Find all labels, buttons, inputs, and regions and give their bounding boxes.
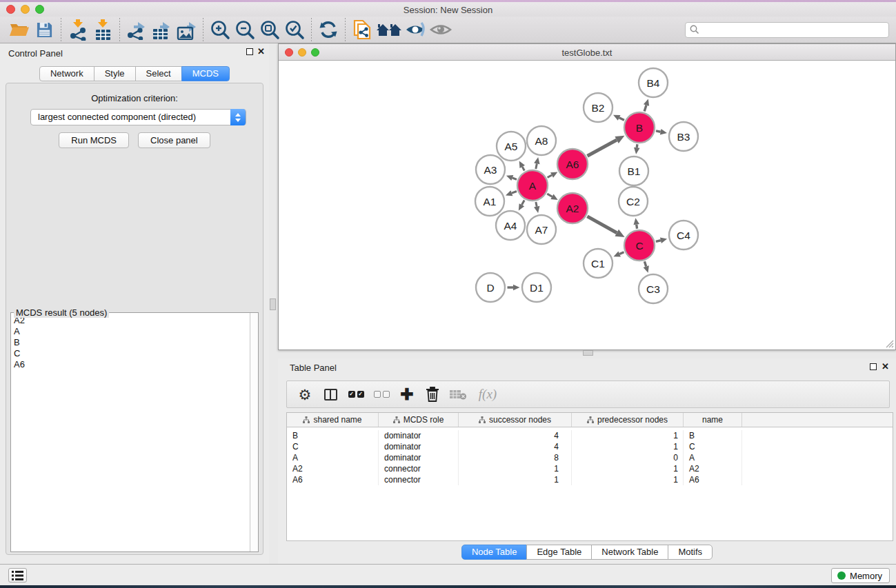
column-header-shared-name[interactable]: shared name (287, 413, 379, 427)
delete-column-button[interactable] (423, 384, 442, 405)
refresh-layout-button[interactable] (316, 18, 341, 41)
table-cell[interactable]: A (684, 452, 742, 463)
titlebar[interactable]: Session: New Session (0, 2, 896, 17)
import-table-button[interactable] (90, 18, 115, 41)
graph-edge-C-C1[interactable] (619, 252, 624, 254)
graph-edge-B-B3[interactable] (656, 131, 661, 132)
float-table-panel-icon[interactable] (870, 363, 877, 370)
tab-select[interactable]: Select (135, 66, 182, 81)
table-row[interactable]: Bdominator41B (287, 430, 893, 441)
tab-style[interactable]: Style (94, 66, 136, 81)
tab-mcds[interactable]: MCDS (181, 66, 230, 81)
graph-edge-B-B1[interactable] (637, 144, 637, 148)
show-graphics-button[interactable] (428, 18, 453, 41)
zoom-out-button[interactable] (232, 18, 257, 41)
table-cell[interactable]: dominator (379, 430, 459, 441)
mcds-result-item[interactable]: C (14, 348, 258, 359)
unselect-all-columns-button[interactable] (372, 384, 391, 405)
table-cell[interactable]: B (684, 430, 742, 441)
column-header-name[interactable]: name (684, 413, 742, 427)
export-image-button[interactable] (174, 18, 199, 41)
clone-network-button[interactable] (350, 18, 375, 41)
table-cell[interactable]: connector (379, 463, 459, 474)
network-canvas[interactable]: AA1A2A3A4A5A6A7A8BB1B2B3B4CC1C2C3C4DD1 (279, 61, 895, 349)
close-panel-button[interactable]: Close panel (138, 132, 210, 148)
table-row[interactable]: A6connector11A6 (287, 474, 893, 485)
graph-edge-A-A2[interactable] (547, 194, 552, 196)
graph-edge-A-A7[interactable] (536, 202, 537, 207)
tab-node-table[interactable]: Node Table (461, 545, 528, 560)
mcds-result-item[interactable]: B (14, 337, 258, 348)
memory-button[interactable]: Memory (831, 568, 890, 583)
zoom-fit-button[interactable] (257, 18, 282, 41)
close-panel-icon[interactable]: ✕ (257, 48, 265, 55)
mcds-result-item[interactable]: A6 (14, 359, 258, 370)
tab-network-table[interactable]: Network Table (591, 545, 668, 560)
table-cell[interactable]: 1 (572, 463, 684, 474)
table-cell[interactable]: dominator (379, 441, 459, 452)
table-cell[interactable]: 1 (459, 474, 572, 485)
export-table-button[interactable] (149, 18, 174, 41)
tab-edge-table[interactable]: Edge Table (526, 545, 592, 560)
mcds-result-scrollbar[interactable] (250, 313, 258, 551)
table-cell[interactable]: dominator (379, 452, 459, 463)
graph-edge-A-A5[interactable] (522, 167, 524, 171)
table-cell[interactable]: 1 (572, 474, 684, 485)
search-input[interactable] (685, 22, 889, 38)
criterion-dropdown[interactable]: largest connected component (directed) (30, 109, 246, 125)
tab-motifs[interactable]: Motifs (668, 545, 713, 560)
table-cell[interactable]: A6 (287, 474, 379, 485)
vertical-split-handle[interactable] (270, 298, 276, 310)
table-cell[interactable]: A2 (684, 463, 742, 474)
graph-edge-A2-C[interactable] (587, 216, 617, 233)
table-row[interactable]: A2connector11A2 (287, 463, 893, 474)
table-cell[interactable]: A (287, 452, 379, 463)
table-cell[interactable]: 0 (572, 452, 684, 463)
graph-edge-C-C3[interactable] (644, 261, 646, 266)
table-cell[interactable]: B (287, 430, 379, 441)
column-header-predecessor-nodes[interactable]: predecessor nodes (572, 413, 684, 427)
resize-grip-icon[interactable] (885, 339, 894, 348)
column-header-mcds-role[interactable]: MCDS role (379, 413, 459, 427)
float-panel-icon[interactable] (246, 48, 253, 55)
table-cell[interactable]: 1 (572, 441, 684, 452)
select-all-columns-button[interactable]: ✓✓ (346, 384, 366, 405)
zoom-selected-button[interactable] (282, 18, 307, 41)
delete-table-button[interactable] (448, 384, 468, 405)
show-columns-button[interactable] (321, 384, 340, 405)
table-row[interactable]: Adominator80A (287, 452, 893, 463)
mcds-result-item[interactable]: A (14, 326, 258, 337)
function-builder-button[interactable]: f(x) (474, 384, 501, 405)
graph-edge-B-B2[interactable] (619, 118, 624, 121)
horizontal-split-handle[interactable] (583, 350, 593, 356)
graph-edge-A-A6[interactable] (548, 175, 552, 177)
table-cell[interactable]: A2 (287, 463, 379, 474)
zoom-in-button[interactable] (208, 18, 232, 41)
graph-edge-A-A3[interactable] (512, 178, 517, 179)
import-network-button[interactable] (66, 18, 90, 41)
table-settings-button[interactable]: ⚙ (295, 384, 315, 405)
graph-edge-C-C4[interactable] (656, 241, 661, 242)
mcds-result-list[interactable]: A2ABCA6 (11, 313, 258, 551)
graph-edge-B-B4[interactable] (644, 105, 646, 111)
save-session-button[interactable] (32, 18, 57, 41)
graph-edge-A6-B[interactable] (588, 140, 617, 156)
table-cell[interactable]: 4 (459, 441, 572, 452)
table-cell[interactable]: C (287, 441, 379, 452)
graph-edge-C-C2[interactable] (637, 225, 637, 229)
column-header-successor-nodes[interactable]: successor nodes (459, 413, 572, 427)
graph-edge-A-A4[interactable] (521, 200, 524, 205)
hide-graphics-button[interactable] (404, 18, 428, 41)
table-cell[interactable]: 1 (572, 430, 684, 441)
table-cell[interactable]: connector (379, 474, 459, 485)
export-network-button[interactable] (124, 18, 149, 41)
home-layout-button[interactable] (375, 18, 404, 41)
create-column-button[interactable]: ✚ (397, 384, 417, 405)
open-session-button[interactable] (7, 18, 32, 41)
table-cell[interactable]: 8 (459, 452, 572, 463)
tab-network[interactable]: Network (39, 66, 94, 81)
table-cell[interactable]: A6 (684, 474, 742, 485)
run-mcds-button[interactable]: Run MCDS (59, 132, 129, 148)
graph-edge-A-A1[interactable] (512, 192, 517, 194)
table-cell[interactable]: 4 (459, 430, 572, 441)
